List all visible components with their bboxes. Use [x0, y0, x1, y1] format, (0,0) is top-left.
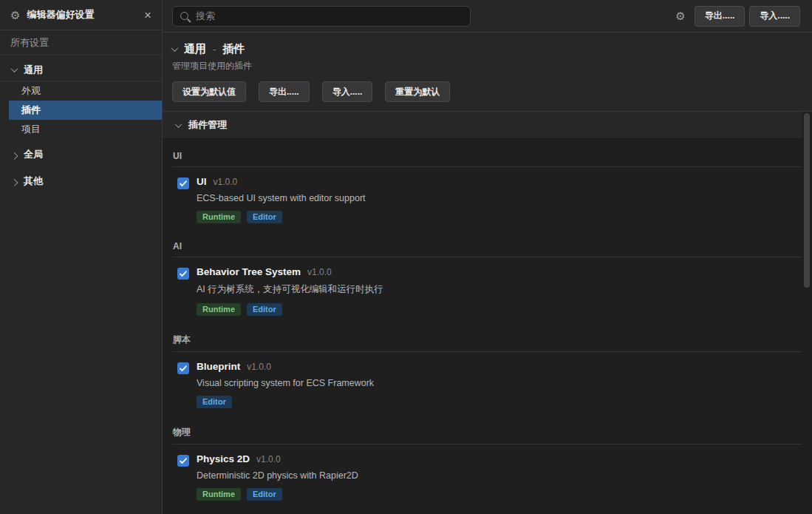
plugin-enabled-checkbox[interactable] — [177, 177, 189, 189]
tree-item-label: 插件 — [21, 104, 41, 117]
checkmark-icon — [180, 180, 187, 187]
plugin-badges: RuntimeEditor — [197, 488, 358, 501]
export-button[interactable]: 导出..... — [695, 6, 746, 27]
plugin-scroll-area: 插件管理 UI UI v1.0.0 ECS-based UI system wi… — [163, 112, 812, 514]
chevron-right-icon — [11, 178, 18, 186]
close-icon[interactable]: × — [144, 9, 151, 21]
plugin-enabled-checkbox[interactable] — [177, 455, 189, 467]
plugin-version: v1.0.0 — [214, 177, 238, 187]
tree-item-plugins[interactable]: 插件 — [9, 101, 162, 120]
chevron-right-icon — [11, 152, 18, 159]
plugin-enabled-checkbox[interactable] — [177, 362, 189, 374]
tree-item-appearance[interactable]: 外观 — [0, 81, 162, 101]
category-label: 物理 — [173, 426, 802, 444]
badge-editor: Editor — [247, 488, 282, 501]
settings-gear-icon[interactable]: ⚙ — [675, 10, 685, 21]
plugin-badges: RuntimeEditor — [197, 211, 366, 223]
chevron-down-icon — [11, 65, 18, 72]
breadcrumb-item: 插件 — [222, 42, 245, 56]
gear-icon: ⚙ — [10, 10, 20, 21]
main-panel: ⚙ 导出..... 导入..... 通用 - 插件 管理项目使用的插件 设置为默… — [163, 0, 812, 514]
chevron-down-icon — [175, 121, 182, 128]
plugin-name: UI — [197, 176, 207, 187]
sidebar-item-all-settings[interactable]: 所有设置 — [0, 30, 162, 55]
badge-editor: Editor — [247, 211, 282, 223]
plugin-item: UI v1.0.0 ECS-based UI system with edito… — [173, 167, 802, 229]
plugin-name: Blueprint — [197, 361, 240, 372]
plugin-category: 物理 Physics 2D v1.0.0 Deterministic 2D ph… — [163, 414, 802, 507]
plugin-badges: Editor — [197, 396, 374, 408]
page-actions: 设置为默认值 导出..... 导入..... 重置为默认 — [172, 81, 800, 102]
plugin-version: v1.0.0 — [256, 454, 281, 464]
plugin-list: UI UI v1.0.0 ECS-based UI system with ed… — [163, 139, 802, 507]
set-default-button[interactable]: 设置为默认值 — [172, 81, 246, 102]
chevron-down-icon — [171, 44, 179, 52]
plugin-description: ECS-based UI system with editor support — [197, 193, 366, 203]
tree-item-project[interactable]: 项目 — [0, 120, 162, 139]
category-label: 脚本 — [173, 334, 802, 352]
badge-runtime: Runtime — [197, 211, 241, 223]
plugin-category: AI Behavior Tree System v1.0.0 AI 行为树系统，… — [163, 229, 802, 322]
search-input[interactable] — [196, 10, 463, 21]
tree-item-label: 全局 — [24, 148, 43, 161]
category-label: UI — [173, 151, 802, 167]
plugin-name: Behavior Tree System — [197, 266, 301, 277]
plugin-description: Deterministic 2D physics with Rapier2D — [197, 470, 358, 481]
plugin-description: AI 行为树系统，支持可视化编辑和运行时执行 — [197, 283, 383, 296]
preferences-window: ⚙ 编辑器偏好设置 × 所有设置 通用 外观 插件 项目 全局 — [0, 0, 812, 514]
plugin-badges: RuntimeEditor — [197, 303, 383, 316]
import-settings-button[interactable]: 导入..... — [322, 81, 373, 102]
category-label: AI — [173, 241, 802, 257]
plugin-category: UI UI v1.0.0 ECS-based UI system with ed… — [163, 139, 802, 229]
checkmark-icon — [180, 271, 187, 277]
settings-tree: 通用 外观 插件 项目 全局 其他 — [0, 55, 162, 192]
import-button[interactable]: 导入..... — [749, 6, 800, 27]
scrollbar — [802, 112, 812, 514]
plugin-enabled-checkbox[interactable] — [177, 268, 189, 280]
tree-item-label: 通用 — [24, 64, 43, 77]
plugin-item: Physics 2D v1.0.0 Deterministic 2D physi… — [173, 444, 802, 507]
badge-runtime: Runtime — [197, 303, 241, 316]
section-title: 插件管理 — [188, 118, 227, 132]
section-plugin-management[interactable]: 插件管理 — [163, 112, 802, 139]
plugin-name: Physics 2D — [197, 453, 250, 464]
page-description: 管理项目使用的插件 — [172, 60, 800, 72]
plugin-category: 脚本 Blueprint v1.0.0 Visual scripting sys… — [163, 322, 802, 414]
breadcrumb-group: 通用 — [184, 42, 206, 56]
plugin-item: Blueprint v1.0.0 Visual scripting system… — [173, 352, 802, 414]
window-title: 编辑器偏好设置 — [27, 8, 137, 21]
breadcrumb-separator: - — [213, 44, 216, 55]
sidebar-header: ⚙ 编辑器偏好设置 × — [0, 0, 162, 30]
tree-item-general[interactable]: 通用 — [0, 59, 162, 81]
plugin-version: v1.0.0 — [307, 267, 332, 277]
checkmark-icon — [180, 458, 187, 464]
sidebar: ⚙ 编辑器偏好设置 × 所有设置 通用 外观 插件 项目 全局 — [0, 0, 163, 514]
plugin-item: Behavior Tree System v1.0.0 AI 行为树系统，支持可… — [173, 257, 802, 322]
badge-runtime: Runtime — [197, 488, 241, 501]
badge-editor: Editor — [197, 396, 232, 408]
tree-item-other[interactable]: 其他 — [0, 170, 162, 192]
badge-editor: Editor — [247, 303, 282, 316]
page-header: 通用 - 插件 管理项目使用的插件 设置为默认值 导出..... 导入.....… — [163, 33, 812, 112]
tree-item-label: 外观 — [21, 84, 41, 98]
search-box[interactable] — [172, 6, 471, 27]
scrollbar-thumb[interactable] — [804, 113, 810, 288]
topbar: ⚙ 导出..... 导入..... — [163, 0, 812, 33]
search-icon — [180, 12, 188, 20]
tree-item-label: 其他 — [24, 175, 43, 188]
breadcrumb[interactable]: 通用 - 插件 — [172, 41, 800, 57]
reset-default-button[interactable]: 重置为默认 — [385, 81, 450, 102]
checkmark-icon — [180, 365, 187, 372]
plugin-version: v1.0.0 — [247, 362, 271, 372]
export-settings-button[interactable]: 导出..... — [259, 81, 310, 102]
tree-item-label: 项目 — [21, 123, 41, 136]
plugin-description: Visual scripting system for ECS Framewor… — [197, 378, 374, 388]
tree-item-global[interactable]: 全局 — [0, 143, 162, 166]
